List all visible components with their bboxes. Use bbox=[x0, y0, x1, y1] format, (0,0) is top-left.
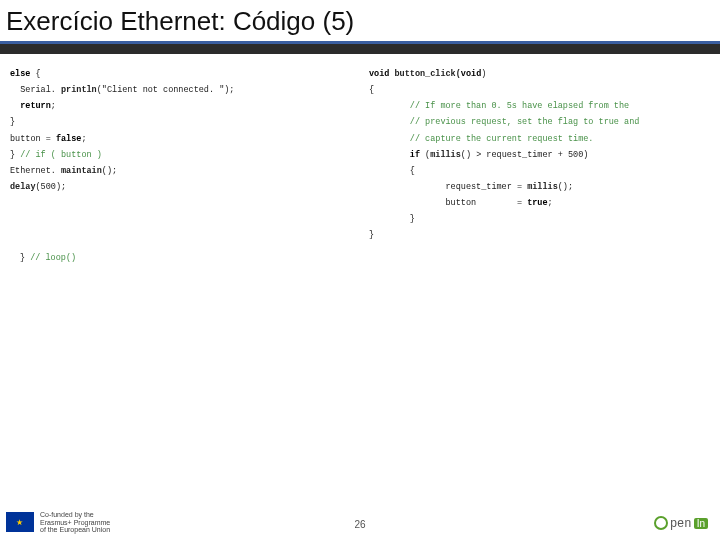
text: } bbox=[410, 214, 415, 224]
text: ; bbox=[81, 134, 86, 144]
text: ( bbox=[420, 150, 430, 160]
openin-logo: pen In bbox=[654, 516, 708, 530]
fn-button-click: button_click( bbox=[389, 69, 460, 79]
text: button = bbox=[446, 198, 528, 208]
text: } bbox=[10, 150, 20, 160]
text: request_timer = bbox=[446, 182, 528, 192]
text: ; bbox=[51, 101, 56, 111]
text: ("Client not connected. "); bbox=[97, 85, 235, 95]
text: (); bbox=[558, 182, 573, 192]
text: } bbox=[20, 253, 30, 263]
kw-void: void bbox=[369, 69, 389, 79]
comment-if-button: // if ( button ) bbox=[20, 150, 102, 160]
text: ; bbox=[548, 198, 553, 208]
code-columns: else { Serial. println("Client not conne… bbox=[10, 66, 710, 244]
comment: // capture the current request time. bbox=[410, 134, 594, 144]
logo-in: In bbox=[694, 518, 708, 529]
eu-flag-icon bbox=[6, 512, 34, 532]
code-right: void button_click(void) { // If more tha… bbox=[369, 66, 710, 244]
title-subrule bbox=[0, 44, 720, 54]
fn-println: println bbox=[61, 85, 97, 95]
eu-line: Co-funded by the bbox=[40, 511, 110, 519]
text: (); bbox=[102, 166, 117, 176]
footer: Co-funded by the Erasmus+ Programme of t… bbox=[0, 496, 720, 540]
text: Ethernet. bbox=[10, 166, 61, 176]
logo-pen: pen bbox=[670, 516, 692, 530]
text: { bbox=[30, 69, 40, 79]
text: Serial. bbox=[20, 85, 61, 95]
text: () > request_timer + 500) bbox=[461, 150, 589, 160]
kw-true: true bbox=[527, 198, 547, 208]
text: } bbox=[369, 230, 374, 240]
text: { bbox=[369, 85, 374, 95]
comment: // If more than 0. 5s have elapsed from … bbox=[410, 101, 629, 111]
text: } bbox=[10, 117, 15, 127]
slide: Exercício Ethernet: Código (5) else { Se… bbox=[0, 0, 720, 540]
page-number: 26 bbox=[354, 519, 365, 530]
eu-line: Erasmus+ Programme bbox=[40, 519, 110, 527]
kw-void: void bbox=[461, 69, 481, 79]
comment-loop: // loop() bbox=[30, 253, 76, 263]
eu-line: of the European Union bbox=[40, 526, 110, 534]
text: (500); bbox=[36, 182, 67, 192]
fn-maintain: maintain bbox=[61, 166, 102, 176]
kw-return: return bbox=[20, 101, 51, 111]
page-title: Exercício Ethernet: Código (5) bbox=[0, 0, 720, 37]
content-area: else { Serial. println("Client not conne… bbox=[0, 54, 720, 266]
fn-millis: millis bbox=[527, 182, 558, 192]
kw-false: false bbox=[56, 134, 82, 144]
ring-icon bbox=[654, 516, 668, 530]
fn-millis: millis bbox=[430, 150, 461, 160]
kw-else: else bbox=[10, 69, 30, 79]
code-closer: } // loop() bbox=[10, 250, 710, 266]
text: { bbox=[410, 166, 415, 176]
kw-if: if bbox=[410, 150, 420, 160]
fn-delay: delay bbox=[10, 182, 36, 192]
eu-text: Co-funded by the Erasmus+ Programme of t… bbox=[40, 511, 110, 534]
text: ) bbox=[481, 69, 486, 79]
comment: // previous request, set the flag to tru… bbox=[410, 117, 640, 127]
code-left: else { Serial. println("Client not conne… bbox=[10, 66, 351, 244]
eu-badge: Co-funded by the Erasmus+ Programme of t… bbox=[6, 511, 110, 534]
text: button = bbox=[10, 134, 56, 144]
